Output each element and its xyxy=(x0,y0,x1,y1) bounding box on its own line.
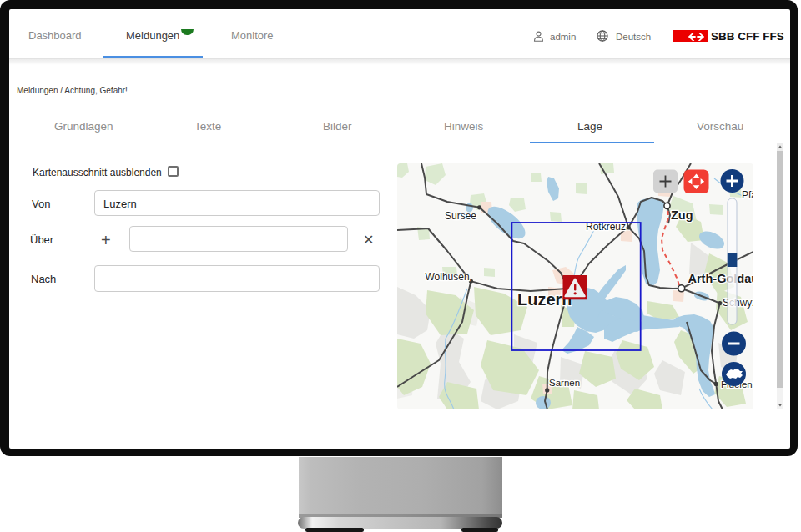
svg-text:Arth-Goldau: Arth-Goldau xyxy=(688,272,754,285)
svg-text:Sursee: Sursee xyxy=(445,210,476,222)
svg-text:Zug: Zug xyxy=(671,208,693,222)
svg-text:Pfä: Pfä xyxy=(742,189,753,201)
svg-text:Sarnen: Sarnen xyxy=(549,378,580,388)
svg-text:Wolhusen: Wolhusen xyxy=(426,271,470,283)
